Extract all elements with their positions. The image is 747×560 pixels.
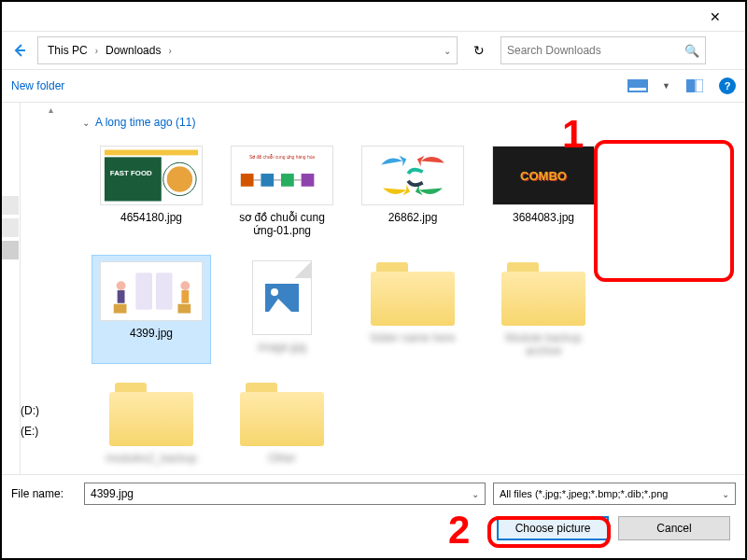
cancel-button[interactable]: Cancel	[618, 516, 730, 540]
search-icon: 🔍	[684, 44, 699, 58]
svg-rect-1	[629, 88, 646, 91]
filename-row: File name: 4399.jpg ⌄ All files (*.jpg;*…	[11, 483, 736, 505]
file-item-selected[interactable]: 4399.jpg	[92, 255, 211, 364]
drive-label[interactable]: (D:)	[21, 401, 39, 422]
svg-rect-14	[281, 174, 294, 187]
chevron-right-icon: ›	[168, 46, 171, 56]
filename-value: 4399.jpg	[91, 487, 134, 500]
svg-rect-24	[118, 290, 125, 303]
back-arrow-icon[interactable]	[9, 40, 30, 61]
breadcrumb[interactable]: This PC › Downloads › ⌄	[37, 36, 458, 64]
nav-sidebar	[2, 103, 21, 504]
search-input[interactable]: Search Downloads 🔍	[500, 36, 706, 64]
file-list-pane: ▴ ⌄ A long time ago (11) FAST FOOD 46541…	[21, 103, 745, 504]
view-thumbnails-icon[interactable]	[627, 77, 649, 94]
thumbnail	[100, 261, 203, 321]
svg-rect-12	[241, 174, 254, 187]
titlebar: ✕	[2, 2, 745, 32]
nav-row: This PC › Downloads › ⌄ ↻ Search Downloa…	[2, 32, 745, 69]
file-item[interactable]: Sơ đồ chuỗi cung ứng hàng hóa sơ đồ chuỗ…	[222, 140, 342, 244]
thumbnail-text: COMBO	[520, 169, 567, 183]
filename-input[interactable]: 4399.jpg ⌄	[84, 483, 486, 505]
close-button[interactable]: ✕	[697, 2, 734, 31]
chevron-right-icon: ›	[95, 46, 98, 56]
file-name: 3684083.jpg	[513, 211, 574, 224]
svg-point-23	[117, 281, 126, 290]
file-name: 4654180.jpg	[120, 211, 182, 224]
svg-point-9	[167, 166, 192, 191]
file-item[interactable]: Other	[222, 375, 342, 470]
svg-point-25	[180, 281, 190, 290]
svg-rect-3	[696, 79, 703, 92]
svg-rect-6	[105, 157, 162, 201]
svg-rect-26	[181, 290, 189, 303]
breadcrumb-item[interactable]: This PC	[44, 42, 92, 59]
refresh-button[interactable]: ↻	[465, 36, 493, 64]
toolbar: New folder ▼ ?	[2, 69, 745, 103]
chevron-down-icon[interactable]: ⌄	[472, 489, 479, 499]
file-item[interactable]: FAST FOOD 4654180.jpg	[92, 140, 211, 244]
thumbnail	[361, 146, 464, 205]
folder-icon	[109, 381, 193, 446]
group-label: A long time ago (11)	[95, 116, 195, 129]
file-item[interactable]: image.jpg	[222, 255, 342, 364]
file-name: Module backup archive	[487, 331, 599, 358]
thumbnail: Sơ đồ chuỗi cung ứng hàng hóa	[231, 146, 333, 205]
chevron-down-icon[interactable]: ▼	[662, 81, 670, 91]
svg-rect-21	[135, 273, 152, 309]
file-item[interactable]: Module backup archive	[484, 255, 603, 364]
sidebar-item[interactable]	[2, 218, 19, 237]
file-name: 4399.jpg	[130, 327, 173, 340]
search-placeholder: Search Downloads	[507, 44, 684, 57]
svg-rect-27	[114, 304, 127, 314]
filename-label: File name:	[11, 487, 77, 500]
thumbnail: COMBO	[492, 146, 595, 205]
svg-rect-2	[686, 79, 695, 92]
chevron-down-icon: ⌄	[82, 118, 90, 128]
drive-label[interactable]: (E:)	[21, 422, 39, 442]
view-preview-icon[interactable]	[684, 77, 706, 94]
drive-labels: (D:) (E:)	[21, 401, 39, 441]
folder-icon	[240, 381, 324, 446]
svg-rect-5	[105, 150, 198, 156]
thumbnail: FAST FOOD	[100, 146, 203, 205]
svg-text:Sơ đồ chuỗi cung ứng hàng hóa: Sơ đồ chuỗi cung ứng hàng hóa	[249, 154, 315, 160]
folder-icon	[501, 260, 585, 326]
svg-rect-15	[302, 174, 315, 187]
chevron-down-icon[interactable]: ⌄	[722, 489, 729, 499]
group-header[interactable]: ⌄ A long time ago (11)	[82, 116, 730, 129]
image-file-icon	[252, 260, 312, 335]
bottom-bar: File name: 4399.jpg ⌄ All files (*.jpg;*…	[2, 474, 745, 558]
filetype-text: All files (*.jpg;*.jpeg;*.bmp;*.dib;*.pn…	[500, 488, 668, 499]
filetype-select[interactable]: All files (*.jpg;*.jpeg;*.bmp;*.dib;*.pn…	[493, 483, 736, 505]
file-item[interactable]: modules2_backup	[92, 375, 211, 470]
svg-rect-13	[261, 174, 274, 187]
chevron-down-icon[interactable]: ⌄	[444, 46, 451, 56]
file-name: 26862.jpg	[388, 211, 438, 224]
content-area: ▴ ⌄ A long time ago (11) FAST FOOD 46541…	[2, 103, 745, 504]
svg-rect-19	[363, 147, 463, 204]
file-item[interactable]: folder name here	[353, 255, 472, 364]
svg-rect-22	[156, 273, 173, 309]
file-name: sơ đồ chuỗi cung ứng-01.png	[226, 211, 338, 238]
file-name: Other	[268, 452, 296, 465]
file-name: image.jpg	[258, 341, 306, 354]
button-row: Choose picture Cancel	[11, 516, 736, 540]
file-name: modules2_backup	[106, 452, 196, 465]
folder-icon	[371, 260, 455, 326]
sidebar-item[interactable]	[2, 196, 19, 215]
choose-picture-button[interactable]: Choose picture	[497, 516, 609, 540]
scroll-up-icon[interactable]: ▴	[49, 103, 65, 116]
file-item[interactable]: 26862.jpg	[353, 140, 472, 244]
svg-rect-28	[177, 304, 190, 314]
new-folder-button[interactable]: New folder	[11, 79, 64, 92]
breadcrumb-item[interactable]: Downloads	[102, 42, 164, 59]
file-name: folder name here	[371, 331, 456, 344]
sidebar-item[interactable]	[2, 241, 19, 259]
file-grid: FAST FOOD 4654180.jpg Sơ đồ chuỗi cung ứ…	[92, 140, 730, 470]
svg-text:FAST FOOD: FAST FOOD	[110, 169, 152, 177]
help-icon[interactable]: ?	[719, 77, 736, 94]
file-item[interactable]: COMBO 3684083.jpg	[484, 140, 603, 244]
